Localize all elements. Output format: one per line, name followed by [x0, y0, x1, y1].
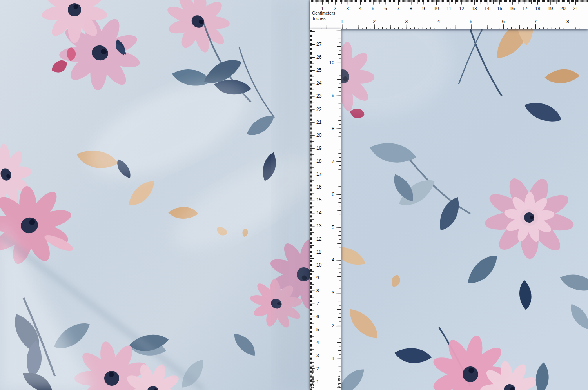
fabric-photo-flat [341, 29, 588, 390]
ruler-number: 10 [329, 60, 334, 65]
centimeters-label: Centimeters [310, 365, 315, 388]
ruler-number: 7 [332, 159, 334, 164]
ruler-number: 5 [332, 225, 334, 230]
inch-major-ticks [310, 24, 588, 29]
ruler-number: 2 [332, 323, 334, 328]
ruler-number: 6 [502, 19, 505, 24]
ruler-number: 5 [470, 19, 472, 24]
fabric-photo-draped [0, 0, 310, 390]
ruler-number: 3 [405, 19, 408, 24]
ruler-number: 4 [437, 19, 440, 24]
ruler-number: 1 [341, 19, 343, 24]
inch-major-ticks [336, 29, 341, 390]
ruler-number: 7 [534, 19, 537, 24]
floral-print-illustration-right [341, 29, 588, 390]
inches-label: Inches [336, 375, 341, 388]
ruler-number: 8 [332, 126, 334, 131]
vertical-ruler: 2726252423222120191817161514131211109876… [310, 29, 341, 390]
ruler-number: 1 [332, 356, 334, 361]
screenshot-root: 123456789101112131415161718192021 Centim… [0, 0, 588, 390]
ruler-number: 6 [332, 192, 334, 197]
ruler-number: 8 [566, 19, 569, 24]
ruler-number: 4 [332, 257, 334, 263]
horizontal-ruler: 123456789101112131415161718192021 Centim… [310, 0, 588, 29]
ruler-number: 2 [373, 19, 376, 24]
ruler-number: 3 [332, 290, 334, 296]
ruler-number: 9 [332, 93, 334, 98]
floral-print-illustration-left [0, 0, 310, 390]
